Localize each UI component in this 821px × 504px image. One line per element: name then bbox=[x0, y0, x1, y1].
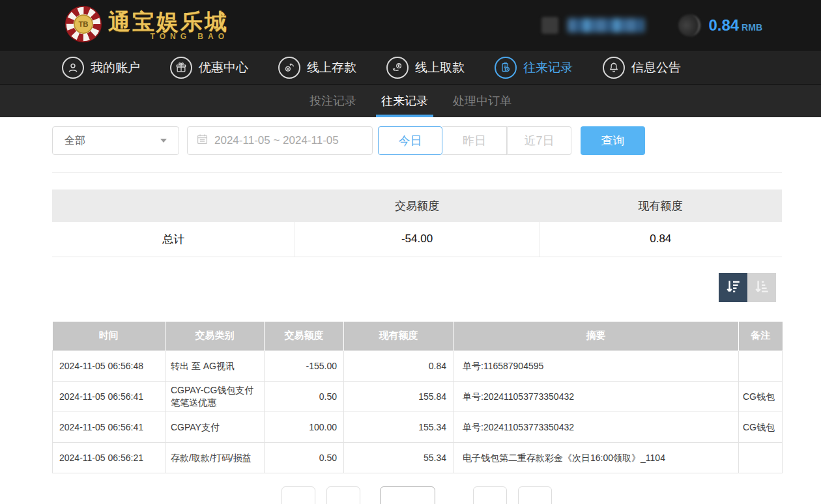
cell-summary: 单号:116587904595 bbox=[454, 351, 739, 382]
page: TB 通宝娱乐城 TONG BAO 0.84RMB 我的账户 bbox=[0, 0, 821, 504]
records-table: 时间 交易类别 交易额度 现有额度 摘要 备注 2024-11-05 06:56… bbox=[52, 322, 783, 474]
search-button[interactable]: 查询 bbox=[581, 126, 645, 155]
cell-time: 2024-11-05 06:56:41 bbox=[53, 382, 166, 412]
table-row: 2024-11-05 06:56:21 存款/取款/打码/损益 0.50 55.… bbox=[53, 443, 783, 473]
cell-amount: 100.00 bbox=[265, 412, 344, 443]
user-icon bbox=[62, 57, 84, 79]
main-nav: 我的账户 优惠中心 线上存款 bbox=[0, 51, 821, 85]
type-select-value: 全部 bbox=[65, 134, 85, 148]
summary-total-transaction: -54.00 bbox=[295, 222, 539, 257]
sort-amount-asc-icon bbox=[753, 278, 770, 297]
cell-balance: 155.84 bbox=[344, 382, 454, 412]
summary-header-transaction: 交易额度 bbox=[295, 189, 539, 222]
cell-type: 转出 至 AG视讯 bbox=[166, 351, 265, 382]
top-header: TB 通宝娱乐城 TONG BAO 0.84RMB bbox=[0, 0, 821, 51]
summary-header-balance: 现有额度 bbox=[539, 189, 782, 222]
cell-type: 存款/取款/打码/损益 bbox=[166, 443, 265, 473]
table-row: 2024-11-05 06:56:48 转出 至 AG视讯 -155.00 0.… bbox=[53, 351, 783, 382]
col-note: 备注 bbox=[739, 322, 783, 351]
cell-amount: -155.00 bbox=[265, 351, 344, 382]
cell-balance: 0.84 bbox=[344, 351, 454, 382]
pagination-prev-button[interactable] bbox=[326, 486, 360, 504]
chevron-down-icon bbox=[160, 139, 167, 143]
tab-transaction-records[interactable]: 往来记录 bbox=[376, 85, 433, 117]
balance: 0.84RMB bbox=[708, 16, 762, 35]
chip-label: TB bbox=[78, 20, 88, 28]
bell-icon bbox=[603, 57, 625, 79]
quick-label: 今日 bbox=[399, 133, 422, 148]
tab-label: 往来记录 bbox=[381, 93, 428, 109]
cell-note: CG钱包 bbox=[739, 412, 783, 443]
col-type: 交易类别 bbox=[166, 322, 265, 351]
sort-amount-asc-button[interactable] bbox=[747, 273, 776, 302]
col-time: 时间 bbox=[53, 322, 166, 351]
records-header-row: 时间 交易类别 交易额度 现有额度 摘要 备注 bbox=[53, 322, 783, 351]
logo-text: 通宝娱乐城 TONG BAO bbox=[108, 10, 229, 41]
nav-item-withdraw[interactable]: 线上取款 bbox=[386, 57, 465, 79]
records-icon bbox=[495, 57, 517, 79]
balance-amount: 0.84 bbox=[708, 16, 739, 34]
nav-item-announcements[interactable]: 信息公告 bbox=[603, 57, 681, 79]
sort-amount-desc-icon bbox=[725, 278, 742, 297]
date-range-value: 2024-11-05 ~ 2024-11-05 bbox=[214, 134, 339, 147]
nav-item-promotions[interactable]: 优惠中心 bbox=[170, 57, 248, 79]
header-right: 0.84RMB bbox=[541, 14, 762, 36]
nav-label: 信息公告 bbox=[631, 59, 681, 76]
balance-currency: RMB bbox=[742, 22, 762, 33]
nav-label: 线上取款 bbox=[415, 59, 465, 76]
logo-subtitle: TONG BAO bbox=[108, 32, 229, 41]
quick-yesterday-button[interactable]: 昨日 bbox=[442, 126, 507, 155]
cell-amount: 0.50 bbox=[265, 382, 344, 412]
summary-total-balance: 0.84 bbox=[539, 222, 782, 257]
cell-time: 2024-11-05 06:56:48 bbox=[53, 351, 166, 382]
cell-balance: 55.34 bbox=[344, 443, 454, 473]
poker-chip-icon: TB bbox=[65, 6, 102, 45]
deposit-icon bbox=[278, 57, 300, 79]
type-select[interactable]: 全部 bbox=[52, 126, 179, 155]
quick-today-button[interactable]: 今日 bbox=[378, 126, 442, 155]
record-tabs: 投注记录 往来记录 处理中订单 bbox=[0, 85, 821, 117]
username bbox=[568, 18, 644, 33]
nav-item-my-account[interactable]: 我的账户 bbox=[62, 57, 140, 79]
tab-betting-records[interactable]: 投注记录 bbox=[304, 85, 362, 117]
summary-total-row: 总计 -54.00 0.84 bbox=[52, 222, 782, 257]
site-logo[interactable]: TB 通宝娱乐城 TONG BAO bbox=[65, 6, 229, 45]
nav-item-transaction-records[interactable]: 往来记录 bbox=[495, 57, 573, 79]
table-row: 2024-11-05 06:56:41 CGPAY支付 100.00 155.3… bbox=[53, 412, 783, 443]
pagination-page-button[interactable] bbox=[380, 486, 435, 504]
cell-amount: 0.50 bbox=[265, 443, 344, 473]
gift-icon bbox=[170, 57, 192, 79]
cell-type: CGPAY支付 bbox=[166, 412, 265, 443]
nav-item-deposit[interactable]: 线上存款 bbox=[278, 57, 356, 79]
cell-balance: 155.34 bbox=[344, 412, 454, 443]
withdraw-icon bbox=[386, 57, 409, 79]
summary-table: 交易额度 现有额度 总计 -54.00 0.84 bbox=[52, 189, 782, 257]
date-range-input[interactable]: 2024-11-05 ~ 2024-11-05 bbox=[187, 126, 373, 155]
quick-label: 近7日 bbox=[524, 133, 554, 148]
tab-label: 投注记录 bbox=[310, 93, 356, 109]
nav-label: 优惠中心 bbox=[199, 59, 248, 76]
cell-summary: 单号:202411053773350432 bbox=[454, 382, 739, 412]
cell-note bbox=[739, 351, 783, 382]
logo-title: 通宝娱乐城 bbox=[108, 10, 229, 33]
pagination-next-button[interactable] bbox=[473, 486, 507, 504]
nav-label: 我的账户 bbox=[91, 59, 140, 76]
pagination-last-button[interactable] bbox=[518, 486, 552, 504]
content: 全部 2024-11-05 ~ 2024-11-05 今日 昨日 bbox=[52, 126, 782, 473]
sort-controls bbox=[52, 273, 782, 302]
tab-pending-orders[interactable]: 处理中订单 bbox=[448, 85, 517, 117]
avatar bbox=[541, 17, 558, 34]
cell-note: CG钱包 bbox=[739, 382, 783, 412]
cell-summary: 电子钱包第二重存款彩金《次日16:00领取》_1104 bbox=[454, 443, 739, 473]
quick-last7days-button[interactable]: 近7日 bbox=[507, 126, 571, 155]
sort-amount-desc-button[interactable] bbox=[719, 273, 747, 302]
cell-summary: 单号:202411053773350432 bbox=[454, 412, 739, 443]
cell-time: 2024-11-05 06:56:21 bbox=[53, 443, 166, 473]
filter-row: 全部 2024-11-05 ~ 2024-11-05 今日 昨日 bbox=[52, 126, 782, 155]
quick-date-group: 今日 昨日 近7日 bbox=[378, 126, 571, 155]
cell-note bbox=[739, 443, 783, 473]
divider bbox=[52, 172, 782, 173]
cell-type: CGPAY-CG钱包支付笔笔送优惠 bbox=[166, 382, 265, 412]
pagination-first-button[interactable] bbox=[281, 486, 315, 504]
summary-total-label: 总计 bbox=[52, 222, 295, 257]
